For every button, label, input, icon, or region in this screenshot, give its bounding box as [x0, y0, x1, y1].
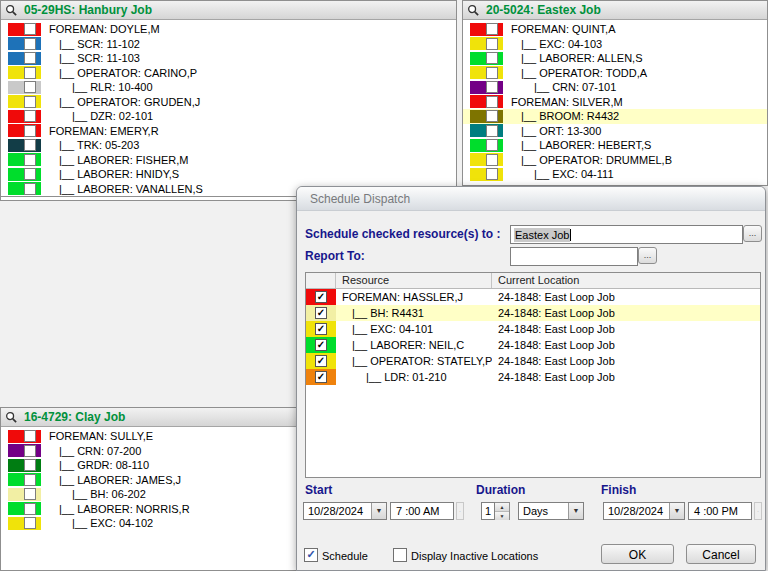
resource-checkbox[interactable]	[24, 503, 36, 515]
magnifier-icon[interactable]	[466, 3, 481, 17]
resource-checkbox[interactable]	[486, 110, 498, 122]
resource-checkbox[interactable]	[486, 38, 498, 50]
resource-checkbox[interactable]	[24, 96, 36, 108]
resource-checkbox[interactable]	[486, 23, 498, 35]
resource-tree: FOREMAN: DOYLE,M |__ SCR: 11-102 |__ SCR…	[1, 20, 456, 196]
tree-row[interactable]: FOREMAN: EMERY,R	[1, 124, 456, 139]
tree-row[interactable]: |__ SCR: 11-103	[1, 51, 456, 66]
tree-row[interactable]: |__ DZR: 02-101	[1, 109, 456, 124]
spinner-up-icon[interactable]: ▲	[495, 503, 509, 512]
duration-value[interactable]: 1	[481, 502, 495, 520]
magnifier-icon[interactable]	[4, 410, 19, 424]
resource-checkbox[interactable]: ✓	[315, 323, 327, 335]
tree-row[interactable]: |__ OPERATOR: TODD,A	[463, 66, 767, 81]
tree-row[interactable]: |__ LABORER: HNIDY,S	[1, 167, 456, 182]
cancel-button[interactable]: Cancel	[686, 544, 756, 564]
finish-time-input[interactable]: 4 :00 PM	[688, 502, 752, 520]
tree-row[interactable]: FOREMAN: QUINT,A	[463, 22, 767, 37]
resource-checkbox[interactable]	[486, 81, 498, 93]
finish-time-spinner[interactable]: ·	[754, 502, 762, 520]
tree-row[interactable]: |__ OPERATOR: CARINO,P	[1, 66, 456, 81]
tree-row[interactable]: |__ LABORER: HEBERT,S	[463, 138, 767, 153]
resource-checkbox[interactable]	[24, 445, 36, 457]
resource-checkbox[interactable]	[486, 154, 498, 166]
spinner-down-icon[interactable]: ▼	[495, 512, 509, 520]
resource-checkbox[interactable]: ✓	[315, 291, 327, 303]
schedule-checkbox[interactable]: ✓	[304, 548, 318, 562]
tree-row[interactable]: FOREMAN: DOYLE,M	[1, 22, 456, 37]
duration-stepper[interactable]: 1 ▲▼	[481, 502, 510, 520]
resource-color-cell: ✓	[306, 289, 336, 305]
start-time-spinner[interactable]: ·	[456, 502, 464, 520]
resource-checkbox[interactable]	[486, 96, 498, 108]
tree-row[interactable]: |__ TRK: 05-203	[1, 138, 456, 153]
resource-checkbox[interactable]	[24, 52, 36, 64]
resource-checkbox[interactable]: ✓	[315, 307, 327, 319]
table-row[interactable]: ✓ |__ OPERATOR: STATELY,P 24-1848: East …	[306, 353, 760, 369]
resource-checkbox[interactable]	[24, 67, 36, 79]
table-row[interactable]: ✓ |__ BH: R4431 24-1848: East Loop Job	[306, 305, 760, 321]
tree-row[interactable]: |__ OPERATOR: DRUMMEL,B	[463, 153, 767, 168]
resource-checkbox[interactable]	[24, 488, 36, 500]
resource-label: |__ TRK: 05-203	[59, 139, 139, 151]
tree-row[interactable]: |__ ORT: 13-300	[463, 124, 767, 139]
resource-checkbox[interactable]	[24, 139, 36, 151]
table-row[interactable]: ✓ |__ LDR: 01-210 24-1848: East Loop Job	[306, 369, 760, 385]
schedule-to-input[interactable]: Eastex Job	[510, 225, 743, 244]
magnifier-icon[interactable]	[4, 3, 19, 17]
resource-checkbox[interactable]	[486, 168, 498, 180]
chevron-down-icon[interactable]: ▼	[568, 503, 583, 519]
schedule-to-browse-button[interactable]: ...	[743, 225, 762, 242]
resource-label: |__ OPERATOR: CARINO,P	[59, 67, 197, 79]
resource-checkbox[interactable]	[24, 154, 36, 166]
table-row[interactable]: ✓ |__ LABORER: NEIL,C 24-1848: East Loop…	[306, 337, 760, 353]
resource-checkbox[interactable]	[486, 67, 498, 79]
resource-cell: FOREMAN: HASSLER,J	[336, 289, 492, 305]
report-to-input[interactable]	[510, 247, 638, 266]
resource-checkbox[interactable]	[486, 125, 498, 137]
tree-row[interactable]: |__ EXC: 04-103	[463, 37, 767, 52]
tree-row[interactable]: |__ BROOM: R4432	[463, 109, 767, 124]
tree-row[interactable]: |__ SCR: 11-102	[1, 37, 456, 52]
resource-checkbox[interactable]	[24, 38, 36, 50]
tree-row[interactable]: |__ LABORER: ALLEN,S	[463, 51, 767, 66]
resource-checkbox[interactable]	[24, 183, 36, 195]
resource-label: |__ LABORER: VANALLEN,S	[59, 183, 203, 195]
resource-checkbox[interactable]	[24, 110, 36, 122]
table-row[interactable]: ✓ FOREMAN: HASSLER,J 24-1848: East Loop …	[306, 289, 760, 305]
tree-row[interactable]: |__ EXC: 04-111	[463, 167, 767, 182]
resource-checkbox[interactable]	[24, 81, 36, 93]
duration-unit-select[interactable]: Days ▼	[518, 502, 584, 520]
report-to-browse-button[interactable]: ...	[638, 247, 657, 264]
resource-checkbox[interactable]	[24, 430, 36, 442]
resource-checkbox[interactable]	[24, 474, 36, 486]
start-time-input[interactable]: 7 :00 AM	[390, 502, 454, 520]
tree-row[interactable]: |__ CRN: 07-101	[463, 80, 767, 95]
tree-row[interactable]: |__ OPERATOR: GRUDEN,J	[1, 95, 456, 110]
table-row[interactable]: ✓ |__ EXC: 04-101 24-1848: East Loop Job	[306, 321, 760, 337]
resource-checkbox[interactable]: ✓	[315, 371, 327, 383]
start-date-picker[interactable]: 10/28/2024 ▼	[303, 502, 387, 520]
resource-color-block	[8, 81, 41, 94]
tree-row[interactable]: |__ LABORER: FISHER,M	[1, 153, 456, 168]
tree-row[interactable]: FOREMAN: SILVER,M	[463, 95, 767, 110]
resource-checkbox[interactable]: ✓	[315, 339, 327, 351]
chevron-down-icon[interactable]: ▼	[669, 503, 684, 519]
tree-row[interactable]: |__ RLR: 10-400	[1, 80, 456, 95]
resource-checkbox[interactable]	[24, 23, 36, 35]
selected-text: Eastex Job	[514, 228, 570, 242]
resource-checkbox[interactable]	[486, 52, 498, 64]
ok-button[interactable]: OK	[601, 544, 674, 564]
resource-checkbox[interactable]	[24, 125, 36, 137]
resource-checkbox[interactable]	[24, 459, 36, 471]
display-inactive-checkbox[interactable]	[393, 548, 407, 562]
resource-label: FOREMAN: SULLY,E	[49, 430, 153, 442]
chevron-down-icon[interactable]: ▼	[371, 503, 386, 519]
resource-checkbox[interactable]	[486, 139, 498, 151]
resource-checkbox[interactable]: ✓	[315, 355, 327, 367]
resource-color-cell: ✓	[306, 369, 336, 385]
finish-date-picker[interactable]: 10/28/2024 ▼	[603, 502, 685, 520]
resource-checkbox[interactable]	[24, 517, 36, 529]
resource-checkbox[interactable]	[24, 168, 36, 180]
dialog-titlebar[interactable]: Schedule Dispatch	[297, 187, 765, 211]
